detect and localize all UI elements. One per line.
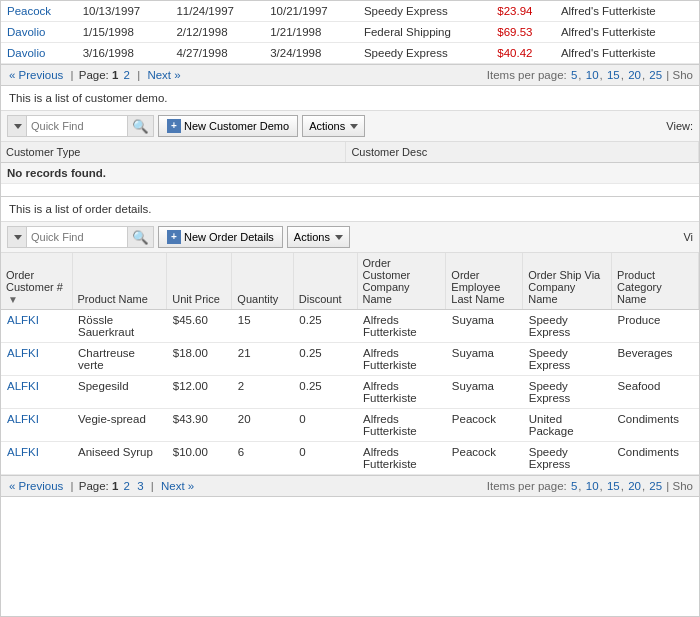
order-items-25-link[interactable]: 25 [649, 480, 662, 492]
order-items-10-link[interactable]: 10 [586, 480, 599, 492]
order-items-per-page-label: Items per page: [487, 480, 567, 492]
items-15-link[interactable]: 15 [607, 69, 620, 81]
product-name-cell: Aniseed Syrup [72, 442, 167, 475]
quantity-cell: 15 [232, 310, 294, 343]
freight-1: $23.94 [491, 1, 555, 22]
order-details-header-row: Order Customer #▼ Product Name Unit Pric… [1, 253, 699, 310]
order-items-5-link[interactable]: 5 [571, 480, 577, 492]
quantity-cell: 21 [232, 343, 294, 376]
quantity-cell: 20 [232, 409, 294, 442]
order-employee-last-cell: Suyama [446, 343, 523, 376]
order-employee-last-col-header[interactable]: Order Employee Last Name [446, 253, 523, 310]
order-details-desc: This is a list of order details. [1, 197, 699, 221]
product-category-cell: Beverages [612, 343, 699, 376]
customer-quick-find-wrapper: 🔍 [7, 115, 154, 137]
unit-price-col-header[interactable]: Unit Price [167, 253, 232, 310]
order-customer-num-link-3[interactable]: ALFKI [7, 413, 39, 425]
order-customer-num-link-2[interactable]: ALFKI [7, 380, 39, 392]
order-date-2: 1/15/1998 [77, 22, 171, 43]
table-row: ALFKI Spegesild $12.00 2 0.25 Alfreds Fu… [1, 376, 699, 409]
order-quick-find-input[interactable] [27, 227, 127, 247]
quantity-col-header[interactable]: Quantity [232, 253, 294, 310]
no-records-row: No records found. [1, 163, 699, 184]
employee-link-2[interactable]: Davolio [7, 26, 45, 38]
order-ship-via-col-header[interactable]: Order Ship Via Company Name [523, 253, 612, 310]
filter-icon: ▼ [8, 294, 18, 305]
product-category-col-header[interactable]: Product Category Name [612, 253, 699, 310]
order-next-page-link[interactable]: Next » [161, 480, 194, 492]
order-employee-last-cell: Suyama [446, 310, 523, 343]
unit-price-cell: $18.00 [167, 343, 232, 376]
order-details-section: This is a list of order details. 🔍 + New… [1, 197, 699, 497]
discount-cell: 0.25 [293, 376, 357, 409]
employee-link-1[interactable]: Peacock [7, 5, 51, 17]
order-customer-num-col-header[interactable]: Order Customer #▼ [1, 253, 72, 310]
customer-quick-find-input[interactable] [27, 116, 127, 136]
table-row: ALFKI Chartreuse verte $18.00 21 0.25 Al… [1, 343, 699, 376]
customer-search-button[interactable]: 🔍 [127, 116, 153, 136]
unit-price-cell: $45.60 [167, 310, 232, 343]
order-items-20-link[interactable]: 20 [628, 480, 641, 492]
order-page-2-link[interactable]: 2 [124, 480, 130, 492]
next-page-link[interactable]: Next » [147, 69, 180, 81]
table-row: ALFKI Rössle Sauerkraut $45.60 15 0.25 A… [1, 310, 699, 343]
order-details-table: Order Customer #▼ Product Name Unit Pric… [1, 253, 699, 475]
separator2: | [137, 69, 143, 81]
order-customer-company-col-header[interactable]: Order Customer Company Name [357, 253, 446, 310]
quantity-cell: 2 [232, 376, 294, 409]
actions-dropdown-arrow-icon [350, 124, 358, 129]
customer-type-col-header[interactable]: Customer Type [1, 142, 346, 163]
order-ship-via-cell: Speedy Express [523, 343, 612, 376]
order-new-icon: + [167, 230, 181, 244]
customer-quick-find-dropdown[interactable] [8, 116, 27, 136]
order-ship-via-cell: Speedy Express [523, 376, 612, 409]
order-prev-page-link[interactable]: « Previous [9, 480, 63, 492]
items-5-link[interactable]: 5 [571, 69, 577, 81]
separator: | [71, 69, 77, 81]
order-quick-find-wrapper: 🔍 [7, 226, 154, 248]
prev-page-link[interactable]: « Previous [9, 69, 63, 81]
order-employee-last-cell: Suyama [446, 376, 523, 409]
order-page-label: Page: [79, 480, 109, 492]
table-row: ALFKI Vegie-spread $43.90 20 0 Alfreds F… [1, 409, 699, 442]
page-2-link[interactable]: 2 [124, 69, 130, 81]
items-20-link[interactable]: 20 [628, 69, 641, 81]
order-details-pagination-bar: « Previous | Page: 1 2 3 | Next » Items … [1, 475, 699, 497]
items-25-link[interactable]: 25 [649, 69, 662, 81]
new-order-details-button[interactable]: + New Order Details [158, 226, 283, 248]
order-separator2: | [151, 480, 157, 492]
customer-demo-actions-button[interactable]: Actions [302, 115, 365, 137]
order-employee-last-cell: Peacock [446, 442, 523, 475]
unit-price-cell: $43.90 [167, 409, 232, 442]
product-name-col-header[interactable]: Product Name [72, 253, 167, 310]
product-name-cell: Rössle Sauerkraut [72, 310, 167, 343]
order-search-button[interactable]: 🔍 [127, 227, 153, 247]
page-label: Page: [79, 69, 109, 81]
order-separator: | [71, 480, 77, 492]
order-items-15-link[interactable]: 15 [607, 480, 620, 492]
order-customer-num-link-4[interactable]: ALFKI [7, 446, 39, 458]
order-items-per-page: Items per page: 5, 10, 15, 20, 25 | Sho [487, 480, 693, 492]
items-10-link[interactable]: 10 [586, 69, 599, 81]
table-row: Peacock 10/13/1997 11/24/1997 10/21/1997… [1, 1, 699, 22]
order-customer-company-cell: Alfreds Futterkiste [357, 310, 446, 343]
order-customer-num-link-1[interactable]: ALFKI [7, 347, 39, 359]
show-label: Sho [673, 69, 693, 81]
customer-desc-col-header[interactable]: Customer Desc [346, 142, 699, 163]
new-customer-demo-button[interactable]: + New Customer Demo [158, 115, 298, 137]
order-customer-company-cell: Alfreds Futterkiste [357, 343, 446, 376]
order-customer-num-link-0[interactable]: ALFKI [7, 314, 39, 326]
order-dropdown-arrow-icon [14, 235, 22, 240]
order-quick-find-dropdown[interactable] [8, 227, 27, 247]
shipped-date-1: 10/21/1997 [264, 1, 358, 22]
top-items-per-page: Items per page: 5, 10, 15, 20, 25 | Sho [487, 69, 693, 81]
ship-name-1: Alfred's Futterkiste [555, 1, 699, 22]
unit-price-cell: $10.00 [167, 442, 232, 475]
employee-link-3[interactable]: Davolio [7, 47, 45, 59]
order-details-actions-button[interactable]: Actions [287, 226, 350, 248]
order-page-3-link[interactable]: 3 [137, 480, 143, 492]
order-view-label: Vi [683, 231, 693, 243]
order-show-label: Sho [673, 480, 693, 492]
discount-cell: 0 [293, 409, 357, 442]
discount-col-header[interactable]: Discount [293, 253, 357, 310]
